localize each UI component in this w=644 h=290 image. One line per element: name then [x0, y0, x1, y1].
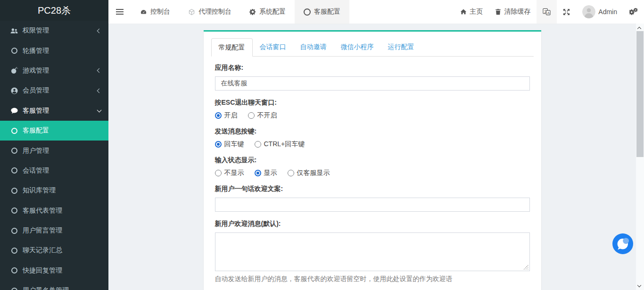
scroll-up-arrow[interactable]	[636, 25, 644, 31]
chevron-left-icon	[97, 68, 102, 73]
sidebar-subitem-quick-replies[interactable]: 快捷回复管理	[0, 261, 108, 281]
one-line-welcome-label: 新用户一句话欢迎文案:	[215, 185, 530, 193]
clear-cache-button[interactable]: 清除缓存	[489, 0, 537, 24]
circle-icon	[9, 48, 19, 54]
comment-icon	[9, 108, 19, 114]
dashboard-icon	[140, 8, 147, 15]
nav-item-system-config[interactable]: 系统配置	[240, 0, 295, 24]
app-logo[interactable]: PC28杀	[0, 0, 108, 21]
sidebar-subitem-agents[interactable]: 客服代表管理	[0, 201, 108, 221]
expand-icon	[563, 8, 570, 16]
field-app-name: 应用名称:	[215, 64, 530, 91]
general-config-form: 应用名称: 按ESC退出聊天窗口: 开启 不开启 发送消息按键:	[204, 57, 541, 283]
nav-item-agent-console[interactable]: 代理控制台	[179, 0, 240, 24]
navbar-left: 控制台 代理控制台 系统配置 客服配置	[108, 0, 349, 24]
esc-exit-options: 开启 不开启	[215, 111, 530, 119]
sidebar-item-customer-service[interactable]: 客服管理	[0, 101, 108, 121]
sidebar-item-label: 聊天记录汇总	[23, 246, 103, 255]
sidebar-subitem-user-mgmt[interactable]: 用户管理	[0, 141, 108, 160]
sidebar-item-label: 知识库管理	[23, 186, 103, 195]
bomb-icon	[9, 67, 19, 74]
fullscreen-button[interactable]	[557, 0, 576, 24]
chevron-down-icon	[97, 108, 102, 112]
sidebar-item-label: 会话管理	[23, 166, 103, 175]
radio-icon[interactable]	[248, 112, 255, 119]
radio-option-off[interactable]: 不开启	[248, 111, 277, 120]
radio-icon[interactable]	[255, 141, 261, 148]
radio-label: 不显示	[224, 169, 244, 177]
nav-item-cs-config[interactable]: 客服配置	[295, 0, 349, 24]
sidebar-subitem-cs-config[interactable]: 客服配置	[0, 121, 108, 141]
translate-button[interactable]: 文A	[537, 0, 557, 24]
radio-option-ctrl-enter[interactable]: CTRL+回车键	[255, 140, 305, 149]
trash-icon	[495, 8, 501, 15]
hamburger-menu-icon[interactable]	[108, 0, 131, 24]
sidebar-item-permission[interactable]: 权限管理	[0, 21, 108, 41]
scroll-down-arrow[interactable]	[636, 282, 644, 289]
sidebar-item-label: 快捷回复管理	[23, 266, 103, 275]
tab-chat-window[interactable]: 会话窗口	[253, 38, 293, 56]
one-line-welcome-input[interactable]	[215, 198, 530, 212]
home-icon	[460, 8, 467, 15]
app-name-label: 应用名称:	[215, 64, 530, 72]
radio-icon[interactable]	[255, 170, 261, 176]
main-content: 常规配置 会话窗口 自动邀请 微信小程序 运行配置 应用名称: 按ESC退出聊天…	[108, 24, 636, 290]
circle-icon	[304, 8, 311, 16]
field-welcome-message: 新用户欢迎消息(默认): 自动发送给新用户的消息，客服代表的欢迎语留空时，使用此…	[215, 220, 530, 283]
cogs-icon	[629, 8, 638, 16]
gear-icon	[249, 8, 256, 15]
vertical-scrollbar[interactable]	[636, 24, 644, 290]
welcome-message-textarea[interactable]	[215, 232, 530, 271]
radio-icon[interactable]	[288, 170, 294, 176]
chat-widget-button[interactable]	[612, 233, 633, 254]
radio-option-enter[interactable]: 回车键	[215, 140, 244, 149]
radio-label: 回车键	[224, 140, 244, 149]
tab-general-config[interactable]: 常规配置	[211, 38, 253, 57]
radio-option-show[interactable]: 显示	[255, 169, 277, 177]
radio-option-on[interactable]: 开启	[215, 111, 238, 120]
home-button[interactable]: 主页	[454, 0, 489, 24]
radio-icon[interactable]	[215, 112, 222, 119]
nav-item-label: 代理控制台	[198, 8, 231, 16]
radio-icon[interactable]	[215, 141, 222, 148]
nav-item-label: 客服配置	[314, 8, 340, 16]
field-send-key: 发送消息按键: 回车键 CTRL+回车键	[215, 127, 530, 148]
tab-auto-invite[interactable]: 自动邀请	[293, 38, 334, 56]
sidebar-subitem-blacklist[interactable]: 用户黑名单管理	[0, 281, 108, 290]
app-name-input[interactable]	[215, 76, 530, 91]
circle-icon	[9, 167, 19, 174]
sidebar-subitem-session-mgmt[interactable]: 会话管理	[0, 161, 108, 181]
sidebar-subitem-knowledge-base[interactable]: 知识库管理	[0, 181, 108, 200]
tab-runtime-config[interactable]: 运行配置	[381, 38, 421, 56]
sidebar-subitem-chat-logs[interactable]: 聊天记录汇总	[0, 240, 108, 260]
typing-status-options: 不显示 显示 仅客服显示	[215, 169, 530, 177]
radio-label: 仅客服显示	[297, 169, 330, 177]
cube-icon	[188, 8, 195, 16]
user-menu[interactable]: Admin	[576, 0, 623, 24]
sidebar-subitem-user-messages[interactable]: 用户留言管理	[0, 221, 108, 240]
sidebar-item-carousel[interactable]: 轮播管理	[0, 41, 108, 60]
sidebar-item-games[interactable]: 游戏管理	[0, 61, 108, 81]
field-typing-status: 输入状态显示: 不显示 显示 仅客服显示	[215, 156, 530, 177]
tab-wechat-miniprogram[interactable]: 微信小程序	[334, 38, 381, 56]
scrollbar-thumb[interactable]	[636, 31, 644, 157]
radio-option-agent-only[interactable]: 仅客服显示	[288, 169, 330, 177]
sidebar-item-label: 用户黑名单管理	[23, 286, 103, 290]
nav-item-label: 控制台	[150, 8, 170, 16]
settings-button[interactable]	[623, 0, 644, 24]
circle-icon	[9, 207, 19, 214]
circle-icon	[9, 267, 19, 273]
sidebar-item-label: 用户留言管理	[23, 226, 103, 235]
circle-icon	[9, 148, 19, 154]
sidebar-item-members[interactable]: 会员管理	[0, 81, 108, 100]
radio-icon[interactable]	[215, 170, 222, 176]
radio-label: CTRL+回车键	[264, 140, 305, 149]
radio-option-hide[interactable]: 不显示	[215, 169, 244, 177]
circle-icon	[9, 288, 19, 290]
sidebar: PC28杀 权限管理 轮播管理 游戏管理 会员管理	[0, 0, 108, 290]
circle-icon	[9, 188, 19, 194]
nav-item-dashboard[interactable]: 控制台	[131, 0, 179, 24]
sidebar-item-label: 游戏管理	[23, 66, 98, 75]
sidebar-item-label: 客服管理	[23, 107, 98, 115]
welcome-message-help: 自动发送给新用户的消息，客服代表的欢迎语留空时，使用此处设置的作为欢迎语	[215, 275, 530, 283]
